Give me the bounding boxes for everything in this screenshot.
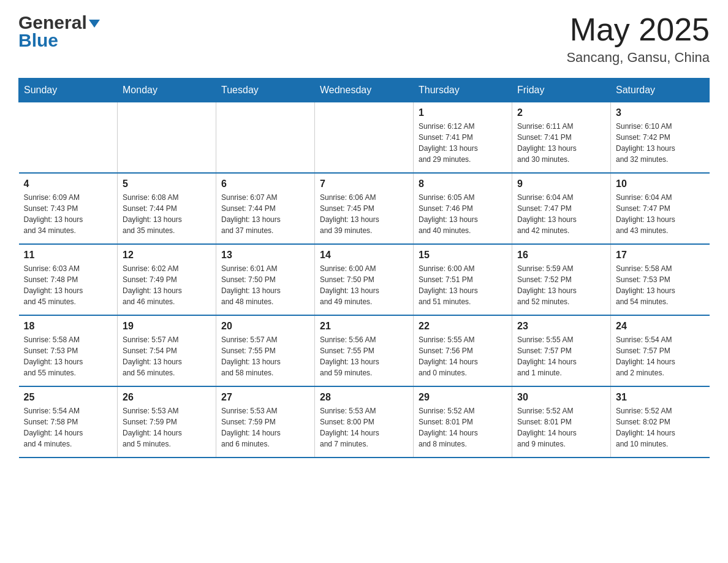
calendar-cell: 15Sunrise: 6:00 AM Sunset: 7:51 PM Dayli… [414,244,512,315]
day-info: Sunrise: 5:57 AM Sunset: 7:55 PM Dayligh… [221,334,309,378]
page-header: General Blue May 2025 Sancang, Gansu, Ch… [18,12,710,66]
day-info: Sunrise: 5:54 AM Sunset: 7:57 PM Dayligh… [616,334,705,378]
day-info: Sunrise: 6:09 AM Sunset: 7:43 PM Dayligh… [24,192,113,236]
day-number: 4 [24,178,113,190]
day-number: 17 [616,250,705,261]
day-number: 2 [517,107,605,118]
day-info: Sunrise: 6:05 AM Sunset: 7:46 PM Dayligh… [419,192,507,236]
calendar-cell: 10Sunrise: 6:04 AM Sunset: 7:47 PM Dayli… [611,173,710,244]
location-subtitle: Sancang, Gansu, China [566,50,710,66]
day-info: Sunrise: 5:59 AM Sunset: 7:52 PM Dayligh… [517,263,605,307]
day-number: 24 [616,321,705,332]
calendar-cell: 6Sunrise: 6:07 AM Sunset: 7:44 PM Daylig… [216,173,315,244]
day-number: 28 [320,392,408,403]
day-info: Sunrise: 6:00 AM Sunset: 7:50 PM Dayligh… [320,263,408,307]
day-info: Sunrise: 5:53 AM Sunset: 8:00 PM Dayligh… [320,405,408,450]
logo-blue: Blue [18,30,58,51]
day-number: 23 [517,321,605,332]
day-number: 10 [616,178,705,190]
day-number: 26 [123,392,211,403]
calendar-week-row: 1Sunrise: 6:12 AM Sunset: 7:41 PM Daylig… [19,102,710,174]
day-number: 22 [419,321,507,332]
day-info: Sunrise: 6:04 AM Sunset: 7:47 PM Dayligh… [616,192,705,236]
calendar-cell: 21Sunrise: 5:56 AM Sunset: 7:55 PM Dayli… [315,315,414,386]
calendar-cell: 22Sunrise: 5:55 AM Sunset: 7:56 PM Dayli… [414,315,512,386]
calendar-cell: 19Sunrise: 5:57 AM Sunset: 7:54 PM Dayli… [118,315,216,386]
day-number: 31 [616,392,705,403]
day-number: 21 [320,321,408,332]
day-info: Sunrise: 5:57 AM Sunset: 7:54 PM Dayligh… [123,334,211,378]
calendar-cell [315,102,414,174]
title-block: May 2025 Sancang, Gansu, China [566,12,710,66]
day-number: 5 [123,178,211,190]
calendar-cell: 20Sunrise: 5:57 AM Sunset: 7:55 PM Dayli… [216,315,315,386]
calendar-cell: 17Sunrise: 5:58 AM Sunset: 7:53 PM Dayli… [611,244,710,315]
calendar-week-row: 4Sunrise: 6:09 AM Sunset: 7:43 PM Daylig… [19,173,710,244]
day-info: Sunrise: 6:11 AM Sunset: 7:41 PM Dayligh… [517,121,605,165]
calendar-cell: 16Sunrise: 5:59 AM Sunset: 7:52 PM Dayli… [512,244,611,315]
day-number: 12 [123,250,211,261]
calendar-header-row: Sunday Monday Tuesday Wednesday Thursday… [19,79,710,102]
day-number: 20 [221,321,309,332]
day-number: 13 [221,250,309,261]
day-number: 6 [221,178,309,190]
calendar-cell: 27Sunrise: 5:53 AM Sunset: 7:59 PM Dayli… [216,386,315,458]
calendar-cell: 23Sunrise: 5:55 AM Sunset: 7:57 PM Dayli… [512,315,611,386]
logo-triangle-icon [89,20,100,28]
calendar-cell: 12Sunrise: 6:02 AM Sunset: 7:49 PM Dayli… [118,244,216,315]
calendar-cell: 8Sunrise: 6:05 AM Sunset: 7:46 PM Daylig… [414,173,512,244]
day-number: 30 [517,392,605,403]
calendar-cell: 7Sunrise: 6:06 AM Sunset: 7:45 PM Daylig… [315,173,414,244]
day-number: 15 [419,250,507,261]
calendar-cell: 9Sunrise: 6:04 AM Sunset: 7:47 PM Daylig… [512,173,611,244]
logo: General Blue [18,12,100,51]
day-info: Sunrise: 6:04 AM Sunset: 7:47 PM Dayligh… [517,192,605,236]
day-info: Sunrise: 5:52 AM Sunset: 8:01 PM Dayligh… [517,405,605,450]
calendar-cell: 11Sunrise: 6:03 AM Sunset: 7:48 PM Dayli… [19,244,118,315]
day-number: 29 [419,392,507,403]
day-number: 19 [123,321,211,332]
day-info: Sunrise: 5:55 AM Sunset: 7:57 PM Dayligh… [517,334,605,378]
day-info: Sunrise: 5:52 AM Sunset: 8:02 PM Dayligh… [616,405,705,450]
col-thursday: Thursday [414,79,512,102]
day-info: Sunrise: 5:54 AM Sunset: 7:58 PM Dayligh… [24,405,113,450]
day-number: 3 [616,107,705,118]
calendar-cell: 30Sunrise: 5:52 AM Sunset: 8:01 PM Dayli… [512,386,611,458]
calendar-cell: 3Sunrise: 6:10 AM Sunset: 7:42 PM Daylig… [611,102,710,174]
calendar-cell: 18Sunrise: 5:58 AM Sunset: 7:53 PM Dayli… [19,315,118,386]
day-info: Sunrise: 6:03 AM Sunset: 7:48 PM Dayligh… [24,263,113,307]
day-info: Sunrise: 6:12 AM Sunset: 7:41 PM Dayligh… [419,121,507,165]
day-number: 25 [24,392,113,403]
day-info: Sunrise: 6:08 AM Sunset: 7:44 PM Dayligh… [123,192,211,236]
day-info: Sunrise: 6:00 AM Sunset: 7:51 PM Dayligh… [419,263,507,307]
day-info: Sunrise: 6:02 AM Sunset: 7:49 PM Dayligh… [123,263,211,307]
calendar-cell: 25Sunrise: 5:54 AM Sunset: 7:58 PM Dayli… [19,386,118,458]
calendar-table: Sunday Monday Tuesday Wednesday Thursday… [18,78,710,458]
day-info: Sunrise: 5:58 AM Sunset: 7:53 PM Dayligh… [616,263,705,307]
day-number: 27 [221,392,309,403]
day-info: Sunrise: 5:53 AM Sunset: 7:59 PM Dayligh… [123,405,211,450]
calendar-week-row: 18Sunrise: 5:58 AM Sunset: 7:53 PM Dayli… [19,315,710,386]
day-info: Sunrise: 5:52 AM Sunset: 8:01 PM Dayligh… [419,405,507,450]
calendar-week-row: 11Sunrise: 6:03 AM Sunset: 7:48 PM Dayli… [19,244,710,315]
day-info: Sunrise: 6:10 AM Sunset: 7:42 PM Dayligh… [616,121,705,165]
calendar-cell [216,102,315,174]
day-info: Sunrise: 5:58 AM Sunset: 7:53 PM Dayligh… [24,334,113,378]
day-info: Sunrise: 6:01 AM Sunset: 7:50 PM Dayligh… [221,263,309,307]
day-info: Sunrise: 5:55 AM Sunset: 7:56 PM Dayligh… [419,334,507,378]
col-sunday: Sunday [19,79,118,102]
day-info: Sunrise: 5:53 AM Sunset: 7:59 PM Dayligh… [221,405,309,450]
calendar-cell [19,102,118,174]
calendar-cell: 2Sunrise: 6:11 AM Sunset: 7:41 PM Daylig… [512,102,611,174]
calendar-cell: 4Sunrise: 6:09 AM Sunset: 7:43 PM Daylig… [19,173,118,244]
day-number: 1 [419,107,507,118]
col-wednesday: Wednesday [315,79,414,102]
day-info: Sunrise: 5:56 AM Sunset: 7:55 PM Dayligh… [320,334,408,378]
day-number: 9 [517,178,605,190]
calendar-cell: 31Sunrise: 5:52 AM Sunset: 8:02 PM Dayli… [611,386,710,458]
calendar-cell: 1Sunrise: 6:12 AM Sunset: 7:41 PM Daylig… [414,102,512,174]
col-tuesday: Tuesday [216,79,315,102]
day-number: 8 [419,178,507,190]
day-number: 14 [320,250,408,261]
calendar-cell: 26Sunrise: 5:53 AM Sunset: 7:59 PM Dayli… [118,386,216,458]
